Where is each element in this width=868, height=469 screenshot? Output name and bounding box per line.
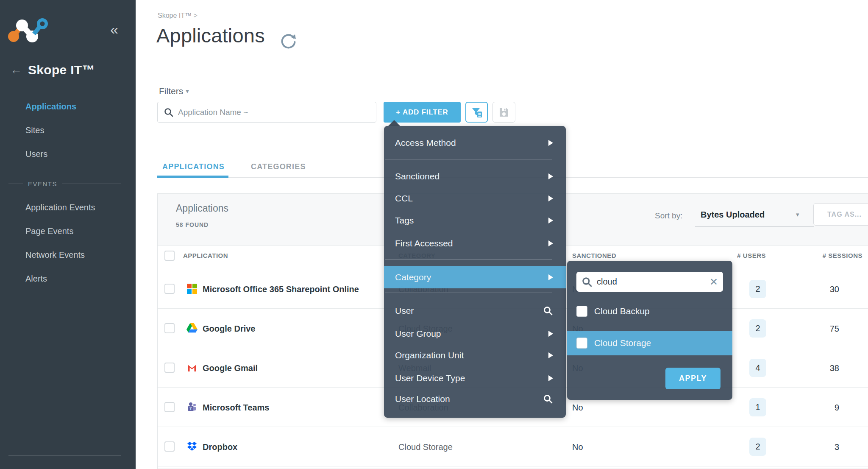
search-icon bbox=[164, 107, 174, 117]
row-checkbox[interactable] bbox=[164, 323, 175, 333]
table-row[interactable]: Dropbox Cloud Storage No 2 3 bbox=[158, 427, 868, 466]
checkbox[interactable] bbox=[576, 338, 587, 349]
menu-item-user-group[interactable]: User Group bbox=[384, 323, 566, 345]
filters-label[interactable]: Filters▾ bbox=[159, 86, 189, 96]
table-card-title: Applications bbox=[176, 203, 228, 214]
chevron-right-icon bbox=[548, 375, 553, 381]
sanctioned-cell: No bbox=[572, 403, 583, 413]
chevron-right-icon bbox=[548, 173, 553, 179]
menu-divider bbox=[385, 259, 552, 260]
chevron-right-icon bbox=[548, 218, 553, 223]
column-header-users[interactable]: # USERS bbox=[721, 252, 766, 259]
menu-item-user[interactable]: User bbox=[384, 300, 566, 322]
menu-item-first-accessed[interactable]: First Accessed bbox=[384, 232, 566, 254]
refresh-icon[interactable] bbox=[280, 32, 298, 50]
row-checkbox[interactable] bbox=[164, 363, 175, 373]
clear-search-icon[interactable]: ✕ bbox=[709, 277, 718, 287]
microsoft-icon bbox=[186, 283, 198, 294]
microsoft-teams-icon: T bbox=[186, 402, 197, 412]
menu-item-user-device-type[interactable]: User Device Type bbox=[384, 367, 566, 389]
search-icon bbox=[543, 394, 553, 404]
sessions-count: 38 bbox=[797, 363, 839, 373]
column-header-application[interactable]: APPLICATION bbox=[183, 252, 228, 259]
google-drive-icon bbox=[186, 323, 198, 333]
category-filter-submenu: ✕ Cloud Backup Cloud Storage APPLY bbox=[567, 261, 732, 400]
category-search-box: ✕ bbox=[576, 272, 723, 292]
active-tab-indicator bbox=[157, 176, 228, 178]
menu-item-sanctioned[interactable]: Sanctioned bbox=[384, 165, 566, 187]
sidebar-item-application-events[interactable]: Application Events bbox=[25, 203, 95, 212]
search-icon bbox=[581, 276, 593, 288]
users-count-badge: 2 bbox=[749, 319, 766, 338]
tab-categories[interactable]: CATEGORIES bbox=[251, 162, 306, 171]
sidebar-events-section-label: EVENTS bbox=[8, 180, 121, 187]
application-search-box bbox=[157, 102, 376, 123]
chevron-right-icon bbox=[548, 331, 553, 337]
option-cloud-storage[interactable]: Cloud Storage bbox=[567, 331, 732, 355]
menu-item-organization-unit[interactable]: Organization Unit bbox=[384, 344, 566, 366]
svg-text:T: T bbox=[189, 407, 192, 411]
sidebar: « ← Skope IT™ Applications Sites Users E… bbox=[0, 0, 136, 469]
category-search-input[interactable] bbox=[597, 277, 709, 287]
select-all-checkbox[interactable] bbox=[164, 251, 175, 261]
sidebar-item-sites[interactable]: Sites bbox=[25, 126, 44, 135]
sort-by-select[interactable]: Bytes Uploaded bbox=[701, 210, 765, 220]
chevron-right-icon bbox=[548, 195, 553, 201]
chevron-right-icon bbox=[548, 352, 553, 358]
column-header-sanctioned[interactable]: SANCTIONED bbox=[572, 252, 616, 259]
sidebar-item-page-events[interactable]: Page Events bbox=[25, 226, 73, 236]
menu-item-user-location[interactable]: User Location bbox=[384, 388, 566, 410]
sessions-count: 9 bbox=[797, 403, 839, 413]
application-name[interactable]: Google Drive bbox=[203, 324, 255, 334]
funnel-list-icon bbox=[470, 106, 483, 119]
page-title: Applications bbox=[156, 24, 265, 47]
breadcrumb[interactable]: Skope IT™ > bbox=[158, 12, 198, 20]
sort-caret-icon: ▾ bbox=[796, 211, 799, 218]
add-filter-menu: Access Method Sanctioned CCL Tags First … bbox=[384, 126, 566, 418]
row-checkbox[interactable] bbox=[164, 284, 175, 294]
checkbox[interactable] bbox=[576, 306, 587, 317]
menu-item-access-method[interactable]: Access Method bbox=[384, 132, 566, 154]
menu-divider bbox=[385, 293, 552, 293]
sidebar-item-alerts[interactable]: Alerts bbox=[25, 274, 47, 284]
chevron-right-icon bbox=[548, 140, 553, 146]
row-checkbox[interactable] bbox=[164, 441, 175, 452]
category-cell: Cloud Storage bbox=[398, 442, 453, 452]
back-arrow-icon[interactable]: ← bbox=[10, 63, 22, 77]
menu-pointer-arrow bbox=[388, 120, 400, 126]
dropbox-icon bbox=[186, 441, 198, 451]
sidebar-item-network-events[interactable]: Network Events bbox=[25, 250, 85, 260]
sidebar-collapse-icon[interactable]: « bbox=[110, 21, 118, 38]
sanctioned-cell: No bbox=[572, 442, 583, 452]
application-name-input[interactable] bbox=[178, 108, 370, 117]
users-count-badge: 4 bbox=[749, 359, 766, 377]
application-name[interactable]: Dropbox bbox=[203, 442, 237, 452]
chevron-right-icon bbox=[548, 274, 553, 280]
sidebar-item-applications[interactable]: Applications bbox=[25, 102, 76, 112]
sidebar-divider bbox=[8, 455, 121, 456]
sort-select-underline bbox=[695, 226, 814, 227]
users-count-badge: 2 bbox=[749, 438, 766, 456]
option-cloud-backup[interactable]: Cloud Backup bbox=[567, 299, 732, 323]
saved-filters-button[interactable] bbox=[465, 102, 488, 123]
tab-applications[interactable]: APPLICATIONS bbox=[162, 162, 225, 171]
tag-as-button[interactable]: TAG AS... bbox=[813, 203, 868, 226]
skope-it-applications-page: « ← Skope IT™ Applications Sites Users E… bbox=[0, 0, 868, 469]
application-name[interactable]: Microsoft Teams bbox=[203, 403, 269, 413]
sessions-count: 3 bbox=[797, 442, 839, 452]
sidebar-item-users[interactable]: Users bbox=[25, 149, 47, 159]
apply-button[interactable]: APPLY bbox=[665, 368, 721, 389]
application-name[interactable]: Google Gmail bbox=[203, 363, 258, 373]
save-filter-button[interactable] bbox=[492, 102, 515, 123]
save-floppy-icon bbox=[498, 107, 509, 118]
menu-item-category[interactable]: Category bbox=[384, 266, 566, 288]
chevron-right-icon bbox=[548, 240, 553, 246]
row-checkbox[interactable] bbox=[164, 402, 175, 412]
application-name[interactable]: Microsoft Office 365 Sharepoint Online bbox=[203, 285, 359, 294]
menu-item-ccl[interactable]: CCL bbox=[384, 187, 566, 209]
users-count-badge: 1 bbox=[749, 398, 766, 416]
sidebar-section-header[interactable]: ← Skope IT™ bbox=[10, 63, 95, 77]
add-filter-button[interactable]: + ADD FILTER bbox=[384, 102, 461, 123]
column-header-sessions[interactable]: # SESSIONS bbox=[799, 252, 862, 259]
menu-item-tags[interactable]: Tags bbox=[384, 209, 566, 232]
